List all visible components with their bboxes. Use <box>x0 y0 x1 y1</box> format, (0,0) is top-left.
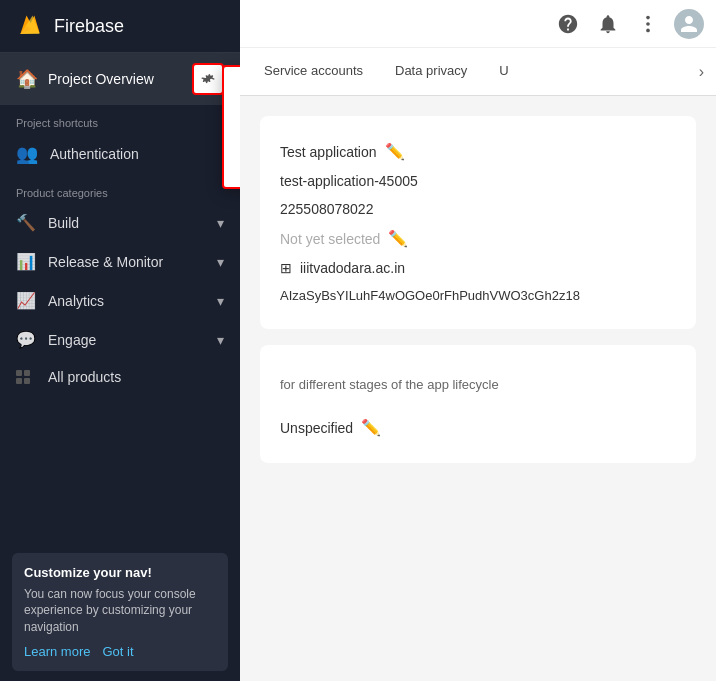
product-categories-label: Product categories <box>0 175 240 203</box>
tab-data-privacy[interactable]: Data privacy <box>379 48 483 96</box>
got-it-link[interactable]: Got it <box>102 644 133 659</box>
top-bar <box>240 0 716 48</box>
env-value: Unspecified <box>280 420 353 436</box>
settings-button[interactable]: Project settings Users and permissions U… <box>192 63 224 95</box>
svg-point-0 <box>646 15 650 19</box>
build-chevron-icon: ▾ <box>217 215 224 231</box>
sidebar-item-analytics[interactable]: 📈 Analytics ▾ <box>0 281 240 320</box>
sidebar-item-all-products[interactable]: All products <box>0 359 240 395</box>
tab-u[interactable]: U <box>483 48 524 96</box>
domain-row: ⊞ iiitvadodara.ac.in <box>280 254 676 282</box>
customize-desc: You can now focus your console experienc… <box>24 586 216 636</box>
all-products-icon <box>16 370 30 384</box>
customize-actions: Learn more Got it <box>24 644 216 659</box>
more-options-icon[interactable] <box>634 10 662 38</box>
env-row: Unspecified ✏️ <box>280 412 676 443</box>
location-edit-icon[interactable]: ✏️ <box>388 229 408 248</box>
svg-point-1 <box>646 22 650 26</box>
analytics-chevron-icon: ▾ <box>217 293 224 309</box>
dropdown-item-project-settings[interactable]: Project settings <box>224 73 240 109</box>
release-monitor-label: Release & Monitor <box>48 254 163 270</box>
project-overview-label: Project Overview <box>48 71 154 87</box>
notifications-icon[interactable] <box>594 10 622 38</box>
help-icon[interactable] <box>554 10 582 38</box>
domain-grid-icon: ⊞ <box>280 260 292 276</box>
release-monitor-chevron-icon: ▾ <box>217 254 224 270</box>
home-icon: 🏠 <box>16 68 38 90</box>
all-products-label: All products <box>48 369 121 385</box>
location-row: Not yet selected ✏️ <box>280 223 676 254</box>
app-name-row: Test application ✏️ <box>280 136 676 167</box>
lifecycle-label: for different stages of the app lifecycl… <box>280 377 676 392</box>
app-info-card: Test application ✏️ test-application-450… <box>260 116 696 329</box>
build-label: Build <box>48 215 79 231</box>
build-icon: 🔨 <box>16 213 36 232</box>
sidebar-header: Firebase <box>0 0 240 53</box>
tabs-bar: Service accounts Data privacy U › <box>240 48 716 96</box>
content-area: Test application ✏️ test-application-450… <box>240 96 716 681</box>
engage-chevron-icon: ▾ <box>217 332 224 348</box>
svg-point-2 <box>646 28 650 32</box>
settings-dropdown: Project settings Users and permissions U… <box>222 65 240 189</box>
learn-more-link[interactable]: Learn more <box>24 644 90 659</box>
web-api-key-row: AIzaSyBsYILuhF4wOGOe0rFhPudhVWO3cGh2z18 <box>280 282 676 309</box>
engage-icon: 💬 <box>16 330 36 349</box>
app-name-edit-icon[interactable]: ✏️ <box>385 142 405 161</box>
project-number-row: 225508078022 <box>280 195 676 223</box>
domain-value: iiitvadodara.ac.in <box>300 260 405 276</box>
sidebar-item-build[interactable]: 🔨 Build ▾ <box>0 203 240 242</box>
dropdown-item-users-permissions[interactable]: Users and permissions <box>224 109 240 145</box>
avatar[interactable] <box>674 9 704 39</box>
lifecycle-card: for different stages of the app lifecycl… <box>260 345 696 463</box>
location-value: Not yet selected <box>280 231 380 247</box>
web-api-key-value: AIzaSyBsYILuhF4wOGOe0rFhPudhVWO3cGh2z18 <box>280 288 580 303</box>
release-monitor-icon: 📊 <box>16 252 36 271</box>
project-shortcuts-label: Project shortcuts <box>0 105 240 133</box>
dropdown-item-usage-billing[interactable]: Usage and billing <box>224 145 240 181</box>
authentication-label: Authentication <box>50 146 139 162</box>
tabs-more-chevron-icon[interactable]: › <box>695 63 708 81</box>
app-id-row: test-application-45005 <box>280 167 676 195</box>
firebase-logo-icon <box>16 12 44 40</box>
sidebar-item-engage[interactable]: 💬 Engage ▾ <box>0 320 240 359</box>
app-id-value: test-application-45005 <box>280 173 418 189</box>
customize-nav-box: Customize your nav! You can now focus yo… <box>12 553 228 671</box>
project-number-value: 225508078022 <box>280 201 373 217</box>
app-title: Firebase <box>54 16 124 37</box>
engage-label: Engage <box>48 332 96 348</box>
sidebar: Firebase 🏠 Project Overview Project sett… <box>0 0 240 681</box>
authentication-icon: 👥 <box>16 143 38 165</box>
analytics-icon: 📈 <box>16 291 36 310</box>
analytics-label: Analytics <box>48 293 104 309</box>
app-name-value: Test application <box>280 144 377 160</box>
main-content: Service accounts Data privacy U › Test a… <box>240 0 716 681</box>
env-edit-icon[interactable]: ✏️ <box>361 418 381 437</box>
sidebar-item-release-monitor[interactable]: 📊 Release & Monitor ▾ <box>0 242 240 281</box>
sidebar-item-authentication[interactable]: 👥 Authentication <box>0 133 240 175</box>
customize-title: Customize your nav! <box>24 565 216 580</box>
tab-service-accounts[interactable]: Service accounts <box>248 48 379 96</box>
project-overview-item[interactable]: 🏠 Project Overview Project settings User… <box>0 53 240 105</box>
gear-icon <box>199 70 217 88</box>
